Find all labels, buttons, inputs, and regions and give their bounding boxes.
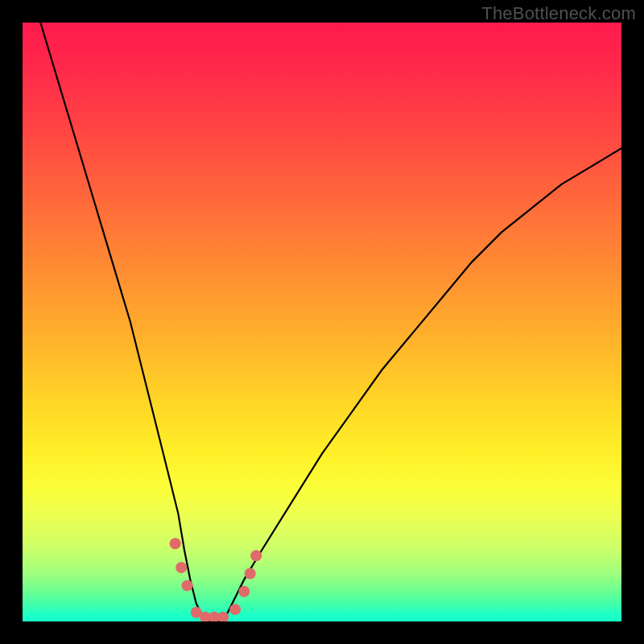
watermark-text: TheBottleneck.com [481,3,636,24]
curve-marker [182,580,193,591]
plot-area [23,23,621,621]
bottleneck-curve [23,23,621,621]
curve-marker [245,568,256,580]
curve-marker [229,604,241,615]
curve-marker [238,586,250,597]
chart-frame: TheBottleneck.com [0,0,644,644]
curve-marker [175,562,187,573]
curve-marker [170,538,181,549]
curve-marker [250,550,262,561]
